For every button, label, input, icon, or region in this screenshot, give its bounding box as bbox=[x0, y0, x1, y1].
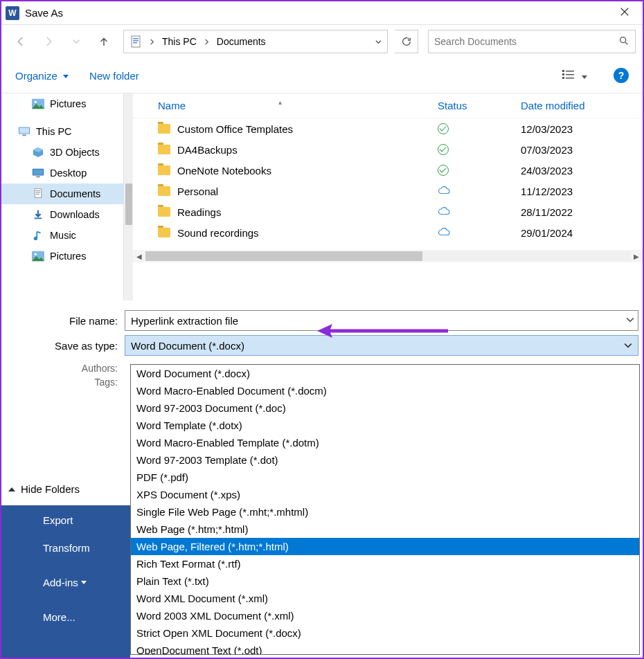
file-name: OneNote Notebooks bbox=[177, 165, 271, 177]
scroll-right-button[interactable]: ▶ bbox=[630, 253, 643, 260]
desktop-icon bbox=[32, 168, 44, 179]
col-date-header[interactable]: Date modified bbox=[521, 100, 643, 111]
svg-rect-9 bbox=[562, 77, 564, 79]
refresh-button[interactable] bbox=[395, 30, 418, 53]
thispc-icon bbox=[18, 126, 30, 137]
search-box[interactable] bbox=[428, 30, 636, 53]
col-status-header[interactable]: Status bbox=[438, 100, 521, 111]
document-location-icon bbox=[129, 35, 143, 48]
sidebar-scrollbar[interactable] bbox=[123, 93, 133, 300]
horizontal-scrollbar[interactable]: ◀ ▶ bbox=[133, 250, 643, 262]
caret-down-icon bbox=[582, 75, 587, 79]
back-button[interactable] bbox=[8, 29, 33, 54]
file-row[interactable]: Custom Office Templates12/03/2023 bbox=[133, 118, 643, 139]
file-date: 11/12/2023 bbox=[521, 186, 643, 197]
chevron-right-icon[interactable] bbox=[201, 36, 213, 47]
tree-label: Pictures bbox=[50, 98, 86, 109]
svg-rect-7 bbox=[562, 73, 564, 75]
caret-down-icon bbox=[63, 75, 69, 78]
file-row[interactable]: Personal11/12/2023 bbox=[133, 181, 643, 201]
savetype-option[interactable]: Word XML Document (*.xml) bbox=[131, 590, 639, 607]
breadcrumb-thispc[interactable]: This PC bbox=[158, 36, 201, 47]
savetype-option[interactable]: Rich Text Format (*.rtf) bbox=[131, 555, 639, 572]
tree-pictures-quick[interactable]: Pictures bbox=[1, 93, 133, 114]
savetype-option[interactable]: Single File Web Page (*.mht;*.mhtml) bbox=[131, 503, 639, 521]
close-button[interactable] bbox=[611, 6, 638, 20]
recent-dropdown[interactable] bbox=[64, 29, 89, 54]
up-button[interactable] bbox=[91, 29, 116, 54]
tree-label: Desktop bbox=[50, 168, 87, 179]
savetype-option[interactable]: Word Template (*.dotx) bbox=[131, 417, 639, 434]
savetype-option[interactable]: Word 97-2003 Document (*.doc) bbox=[131, 399, 639, 417]
word-backstage-nav: Export Transform Add-ins More... bbox=[1, 505, 130, 658]
annotation-arrow bbox=[313, 321, 451, 343]
savetype-option[interactable]: Plain Text (*.txt) bbox=[131, 572, 639, 590]
status-synced-icon bbox=[438, 165, 449, 176]
word-app-icon: W bbox=[6, 6, 19, 20]
savetype-option[interactable]: Word 2003 XML Document (*.xml) bbox=[131, 607, 639, 624]
3dobjects-icon bbox=[32, 147, 44, 158]
tree-label: Downloads bbox=[50, 209, 100, 220]
backstage-transform[interactable]: Transform bbox=[1, 530, 130, 565]
savetype-option[interactable]: Word Macro-Enabled Template (*.dotm) bbox=[131, 434, 639, 451]
savetype-option[interactable]: Web Page, Filtered (*.htm;*.html) bbox=[131, 538, 639, 555]
tree-desktop[interactable]: Desktop bbox=[1, 163, 133, 183]
chevron-down-icon bbox=[624, 341, 632, 350]
folder-icon bbox=[158, 186, 170, 196]
breadcrumb-documents[interactable]: Documents bbox=[213, 36, 270, 47]
status-cloud-icon bbox=[438, 227, 450, 239]
authors-label: Authors: bbox=[6, 363, 125, 374]
tree-thispc[interactable]: This PC bbox=[1, 121, 133, 142]
file-list-header[interactable]: Name▴ Status Date modified bbox=[133, 93, 643, 118]
tree-pictures[interactable]: Pictures bbox=[1, 246, 133, 267]
address-bar[interactable]: This PC Documents bbox=[123, 30, 388, 53]
file-row[interactable]: DA4Backups07/03/2023 bbox=[133, 139, 643, 160]
hide-folders-button[interactable]: Hide Folders bbox=[8, 483, 80, 495]
tree-documents[interactable]: Documents bbox=[1, 183, 133, 204]
folder-icon bbox=[158, 165, 170, 175]
backstage-addins[interactable]: Add-ins bbox=[1, 565, 130, 599]
chevron-right-icon[interactable] bbox=[146, 36, 158, 47]
filename-label: File name: bbox=[6, 315, 125, 327]
tree-music[interactable]: Music bbox=[1, 225, 133, 246]
caret-up-icon bbox=[8, 487, 15, 491]
tree-3dobjects[interactable]: 3D Objects bbox=[1, 142, 133, 163]
backstage-more[interactable]: More... bbox=[1, 599, 130, 634]
file-row[interactable]: Sound recordings29/01/2024 bbox=[133, 222, 643, 243]
organize-button[interactable]: Organize bbox=[15, 70, 69, 82]
savetype-option[interactable]: Word Document (*.docx) bbox=[131, 365, 639, 382]
folder-icon bbox=[158, 124, 170, 134]
svg-rect-6 bbox=[566, 71, 574, 72]
savetype-dropdown-list[interactable]: Word Document (*.docx)Word Macro-Enabled… bbox=[130, 364, 640, 655]
svg-rect-18 bbox=[36, 177, 39, 178]
file-row[interactable]: Readings28/11/2022 bbox=[133, 201, 643, 222]
savetype-option[interactable]: Web Page (*.htm;*.html) bbox=[131, 521, 639, 538]
savetype-option[interactable]: XPS Document (*.xps) bbox=[131, 486, 639, 503]
svg-rect-1 bbox=[133, 38, 138, 39]
new-folder-button[interactable]: New folder bbox=[89, 70, 139, 82]
svg-rect-22 bbox=[36, 194, 39, 195]
folder-icon bbox=[158, 228, 170, 237]
savetype-option[interactable]: PDF (*.pdf) bbox=[131, 469, 639, 486]
savetype-option[interactable]: Word Macro-Enabled Document (*.docm) bbox=[131, 382, 639, 399]
savetype-option[interactable]: Strict Open XML Document (*.docx) bbox=[131, 624, 639, 642]
address-dropdown[interactable] bbox=[373, 36, 384, 47]
backstage-export[interactable]: Export bbox=[1, 509, 130, 530]
file-name: Personal bbox=[177, 186, 218, 197]
search-input[interactable] bbox=[434, 36, 618, 47]
savetype-option[interactable]: Word 97-2003 Template (*.dot) bbox=[131, 451, 639, 469]
help-button[interactable]: ? bbox=[614, 68, 629, 83]
view-options-button[interactable] bbox=[557, 66, 593, 85]
svg-rect-19 bbox=[35, 189, 42, 198]
search-icon[interactable] bbox=[618, 35, 629, 48]
tree-downloads[interactable]: Downloads bbox=[1, 204, 133, 225]
svg-rect-17 bbox=[33, 170, 43, 175]
savetype-option[interactable]: OpenDocument Text (*.odt) bbox=[131, 642, 639, 655]
scroll-left-button[interactable]: ◀ bbox=[133, 253, 145, 260]
file-date: 12/03/2023 bbox=[521, 123, 643, 135]
file-row[interactable]: OneNote Notebooks24/03/2023 bbox=[133, 160, 643, 181]
col-name-header[interactable]: Name bbox=[158, 100, 186, 111]
svg-rect-3 bbox=[133, 42, 137, 44]
forward-button[interactable] bbox=[36, 29, 61, 54]
svg-rect-8 bbox=[566, 74, 574, 75]
